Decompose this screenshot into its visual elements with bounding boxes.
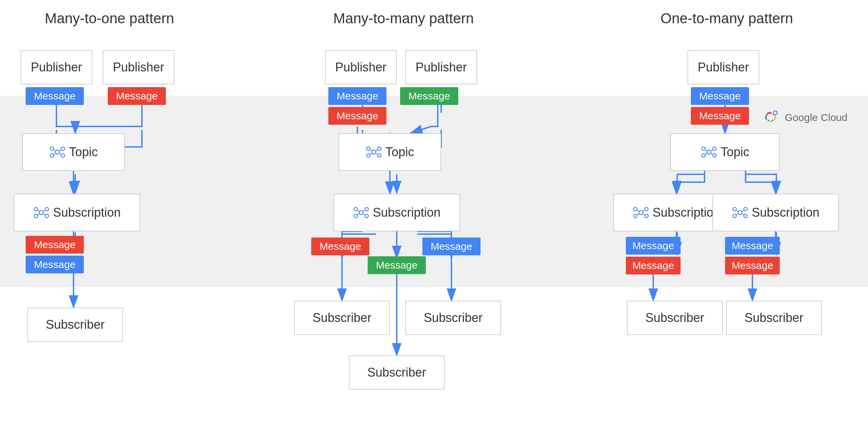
subscriber-o2m-2: Subscriber	[726, 301, 822, 335]
publisher-1: Publisher	[21, 50, 92, 84]
topic-m2o-label: Topic	[69, 145, 98, 159]
publisher-4-label: Publisher	[416, 60, 467, 75]
svg-line-71	[736, 210, 738, 212]
svg-line-63	[643, 210, 645, 212]
subscriber-o2m-1-label: Subscriber	[645, 311, 704, 325]
many-to-many-title: Many-to-many pattern	[304, 10, 503, 27]
svg-point-58	[634, 207, 637, 211]
subscriber-m2m-2: Subscriber	[405, 301, 501, 335]
svg-line-38	[376, 153, 378, 154]
svg-point-61	[645, 214, 648, 218]
svg-line-20	[59, 153, 61, 154]
msg-sub-m2o-red: Message	[26, 236, 84, 254]
svg-line-56	[711, 153, 713, 154]
google-cloud-badge: Google Cloud	[760, 109, 847, 126]
svg-point-52	[713, 154, 716, 157]
svg-point-32	[378, 147, 381, 150]
svg-point-50	[713, 147, 716, 150]
msg-pub2-red: Message	[108, 87, 166, 105]
subscription-o2m-2: Subscription	[712, 194, 839, 231]
subscriber-m2m-3-label: Subscriber	[367, 365, 426, 380]
msg-o2m-sub1-red: Message	[626, 257, 681, 274]
svg-line-19	[54, 153, 56, 154]
msg-o2m-sub2-blue: Message	[725, 237, 780, 255]
svg-line-17	[54, 150, 56, 151]
subscription-icon-o2m-1	[633, 204, 649, 221]
svg-point-60	[634, 214, 637, 218]
svg-point-76	[774, 111, 777, 114]
svg-point-15	[50, 154, 54, 157]
svg-point-22	[34, 207, 38, 211]
svg-line-62	[637, 210, 639, 212]
svg-point-24	[34, 214, 38, 218]
subscription-many-to-many: Subscription	[333, 194, 460, 231]
svg-line-35	[370, 150, 372, 151]
msg-sub-m2m-green-mid: Message	[368, 256, 426, 274]
svg-line-44	[357, 210, 359, 212]
topic-icon-m2o	[49, 144, 66, 160]
subscriber-many-to-one: Subscriber	[27, 308, 123, 342]
msg-sub-m2o-blue: Message	[26, 256, 84, 273]
msg-pub1-blue: Message	[26, 87, 84, 105]
topic-icon-o2m	[701, 144, 717, 160]
publisher-5-label: Publisher	[698, 60, 749, 75]
msg-sub-m2m-red-left: Message	[311, 238, 369, 255]
svg-line-74	[742, 214, 744, 215]
topic-m2m-label: Topic	[385, 145, 414, 159]
svg-line-26	[38, 210, 40, 212]
svg-point-13	[50, 147, 54, 150]
svg-point-40	[354, 207, 357, 211]
svg-line-54	[711, 150, 713, 151]
svg-line-47	[363, 214, 365, 215]
topic-many-to-many: Topic	[339, 133, 441, 171]
msg-o2m-sub1-blue: Message	[626, 237, 681, 255]
svg-point-30	[372, 150, 376, 154]
svg-point-51	[702, 154, 705, 157]
subscription-icon-o2m-2	[732, 204, 748, 221]
svg-point-16	[61, 154, 65, 157]
msg-pub3-red: Message	[328, 107, 386, 125]
svg-line-18	[59, 150, 61, 151]
subscription-m2o-label: Subscription	[53, 205, 121, 220]
subscription-o2m-1-label: Subscription	[653, 205, 720, 220]
svg-point-68	[744, 207, 747, 211]
publisher-4: Publisher	[405, 50, 477, 84]
one-to-many-title: One-to-many pattern	[616, 10, 838, 27]
topic-many-to-one: Topic	[22, 133, 125, 171]
svg-point-12	[55, 150, 60, 154]
diagram-container: Many-to-one pattern Publisher Publisher …	[0, 0, 868, 446]
svg-point-69	[733, 214, 736, 218]
subscription-o2m-2-label: Subscription	[752, 205, 819, 220]
svg-point-23	[45, 207, 49, 211]
svg-line-64	[637, 214, 639, 215]
publisher-1-label: Publisher	[31, 60, 82, 75]
topic-icon-m2m	[366, 144, 382, 160]
topic-o2m-label: Topic	[721, 145, 749, 159]
svg-point-66	[738, 211, 742, 215]
msg-pub4-green: Message	[400, 87, 458, 105]
publisher-3: Publisher	[325, 50, 397, 84]
publisher-2: Publisher	[103, 50, 174, 84]
svg-line-72	[742, 210, 744, 212]
msg-pub3-blue: Message	[328, 87, 386, 105]
publisher-5: Publisher	[687, 50, 759, 84]
subscription-m2m-label: Subscription	[373, 205, 440, 220]
svg-line-28	[38, 214, 40, 215]
svg-point-34	[378, 154, 381, 157]
svg-point-33	[367, 154, 370, 157]
svg-point-70	[744, 214, 747, 218]
svg-point-48	[707, 150, 711, 154]
svg-point-59	[645, 207, 648, 211]
publisher-2-label: Publisher	[113, 60, 164, 75]
subscriber-o2m-2-label: Subscriber	[745, 311, 803, 325]
svg-line-65	[643, 214, 645, 215]
svg-point-14	[61, 147, 65, 150]
svg-point-49	[702, 147, 705, 150]
svg-point-21	[39, 211, 43, 215]
svg-point-31	[367, 147, 370, 150]
subscriber-m2m-1-label: Subscriber	[313, 311, 371, 325]
subscriber-m2m-2-label: Subscriber	[424, 311, 483, 325]
svg-point-41	[365, 207, 368, 211]
svg-line-53	[705, 150, 707, 151]
subscription-many-to-one: Subscription	[14, 194, 140, 231]
